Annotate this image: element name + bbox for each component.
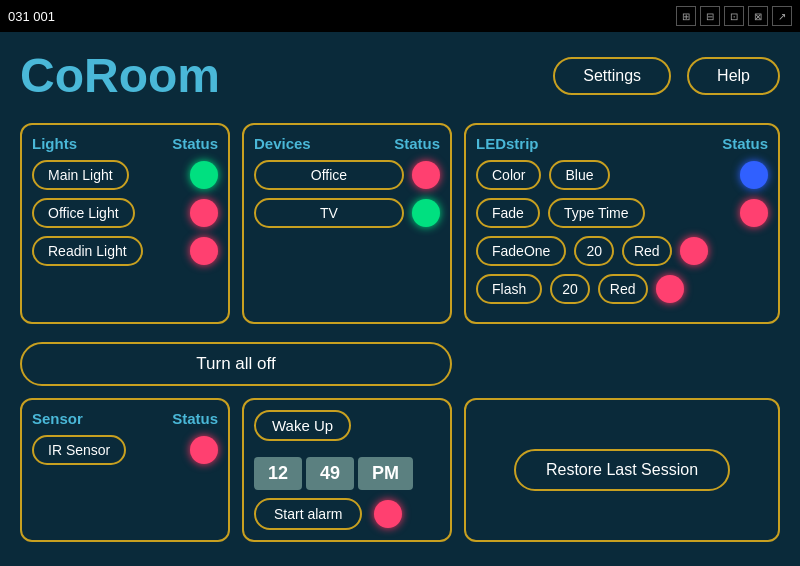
- led-label: LEDstrip: [476, 135, 539, 152]
- led-color-label[interactable]: Color: [476, 160, 541, 190]
- title-bar-icons: ⊞ ⊟ ⊡ ⊠ ↗: [676, 6, 792, 26]
- main-light-status: [190, 161, 218, 189]
- led-flash-color[interactable]: Red: [598, 274, 648, 304]
- window-icon-4[interactable]: ⊠: [748, 6, 768, 26]
- lights-status-label: Status: [172, 135, 218, 152]
- led-fadeone-status: [680, 237, 708, 265]
- ir-sensor-row: IR Sensor: [32, 435, 218, 465]
- led-flash-row: Flash 20 Red: [476, 274, 768, 304]
- window-icon-5[interactable]: ↗: [772, 6, 792, 26]
- wakeup-label: Wake Up: [254, 410, 351, 441]
- led-fade-label[interactable]: Fade: [476, 198, 540, 228]
- office-light-status: [190, 199, 218, 227]
- devices-status-label: Status: [394, 135, 440, 152]
- devices-label: Devices: [254, 135, 311, 152]
- wakeup-panel: Wake Up 12 49 PM Start alarm: [242, 398, 452, 542]
- office-light-label[interactable]: Office Light: [32, 198, 135, 228]
- office-light-row: Office Light: [32, 198, 218, 228]
- led-color-row: Color Blue: [476, 160, 768, 190]
- readin-light-label[interactable]: Readin Light: [32, 236, 143, 266]
- main-light-row: Main Light: [32, 160, 218, 190]
- turn-all-off-button[interactable]: Turn all off: [20, 342, 452, 386]
- tv-device-label[interactable]: TV: [254, 198, 404, 228]
- led-fade-status: [740, 199, 768, 227]
- alarm-status: [374, 500, 402, 528]
- settings-button[interactable]: Settings: [553, 57, 671, 95]
- led-fadeone-label[interactable]: FadeOne: [476, 236, 566, 266]
- start-alarm-button[interactable]: Start alarm: [254, 498, 362, 530]
- led-flash-status: [656, 275, 684, 303]
- window-icon-3[interactable]: ⊡: [724, 6, 744, 26]
- readin-light-row: Readin Light: [32, 236, 218, 266]
- lights-label: Lights: [32, 135, 77, 152]
- app-title: CoRoom: [20, 48, 220, 103]
- alarm-row: Start alarm: [254, 498, 440, 530]
- led-fade-value[interactable]: Type Time: [548, 198, 645, 228]
- readin-light-status: [190, 237, 218, 265]
- office-device-row: Office: [254, 160, 440, 190]
- sensor-label: Sensor: [32, 410, 83, 427]
- led-panel: LEDstrip Status Color Blue Fade Type Tim…: [464, 123, 780, 324]
- led-fadeone-value[interactable]: 20: [574, 236, 614, 266]
- tv-device-row: TV: [254, 198, 440, 228]
- led-flash-label[interactable]: Flash: [476, 274, 542, 304]
- ir-sensor-label[interactable]: IR Sensor: [32, 435, 126, 465]
- main-light-label[interactable]: Main Light: [32, 160, 129, 190]
- office-device-status: [412, 161, 440, 189]
- time-ampm[interactable]: PM: [358, 457, 413, 490]
- window-icon-2[interactable]: ⊟: [700, 6, 720, 26]
- time-display: 12 49 PM: [254, 457, 440, 490]
- window-icon-1[interactable]: ⊞: [676, 6, 696, 26]
- sensor-status-label: Status: [172, 410, 218, 427]
- led-fadeone-color[interactable]: Red: [622, 236, 672, 266]
- led-color-status: [740, 161, 768, 189]
- help-button[interactable]: Help: [687, 57, 780, 95]
- led-flash-value[interactable]: 20: [550, 274, 590, 304]
- restore-panel: Restore Last Session: [464, 398, 780, 542]
- devices-panel: Devices Status Office TV: [242, 123, 452, 324]
- ir-sensor-status: [190, 436, 218, 464]
- led-status-label: Status: [722, 135, 768, 152]
- led-fadeone-row: FadeOne 20 Red: [476, 236, 768, 266]
- lights-panel: Lights Status Main Light Office Light Re…: [20, 123, 230, 324]
- time-minute[interactable]: 49: [306, 457, 354, 490]
- led-color-value[interactable]: Blue: [549, 160, 609, 190]
- sensor-panel: Sensor Status IR Sensor: [20, 398, 230, 542]
- title-bar-text: 031 001: [8, 9, 55, 24]
- restore-session-button[interactable]: Restore Last Session: [514, 449, 730, 491]
- title-bar: 031 001 ⊞ ⊟ ⊡ ⊠ ↗: [0, 0, 800, 32]
- office-device-label[interactable]: Office: [254, 160, 404, 190]
- led-fade-row: Fade Type Time: [476, 198, 768, 228]
- tv-device-status: [412, 199, 440, 227]
- time-hour[interactable]: 12: [254, 457, 302, 490]
